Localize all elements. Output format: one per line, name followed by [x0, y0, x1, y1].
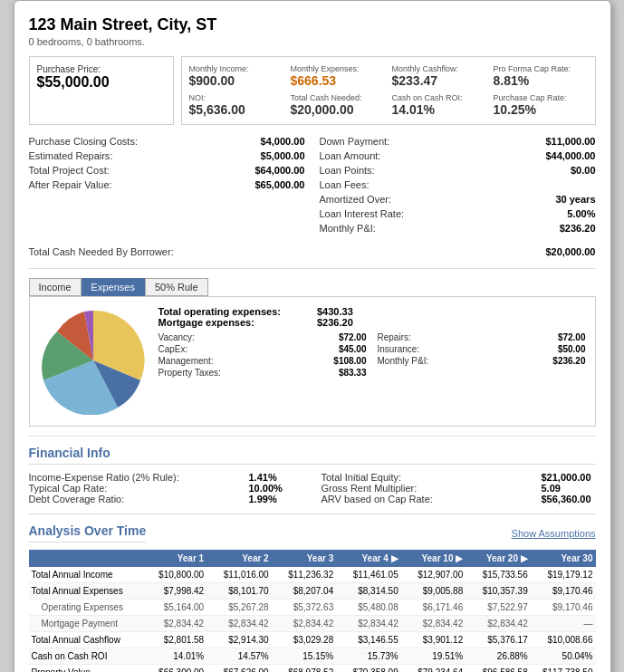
- total-cash-metric: Total Cash Needed: $20,000.00: [291, 93, 385, 117]
- row-total-income: Total Annual Income $10,800.00 $11,016.0…: [29, 567, 596, 583]
- analysis-title: Analysis Over Time: [29, 523, 147, 542]
- col-year4: Year 4 ▶: [336, 550, 401, 567]
- row-label: Total Annual Income: [29, 567, 142, 583]
- financial-grid: Income-Expense Ratio (2% Rule): 1.41% Ty…: [29, 472, 596, 504]
- expense-insurance: Insurance: $50.00: [378, 343, 586, 355]
- total-operating-label: Total operating expenses:: [158, 306, 282, 317]
- detail-project-cost: Total Project Cost: $64,000.00: [29, 163, 305, 178]
- total-operating-value: $430.33: [317, 306, 353, 317]
- financial-right: Total Initial Equity: $21,000.00 Gross R…: [322, 472, 596, 504]
- col-year1: Year 1: [142, 550, 207, 567]
- loan-details: Down Payment: $11,000.00 Loan Amount: $4…: [320, 134, 596, 235]
- col-year20: Year 20 ▶: [466, 550, 531, 567]
- tab-expenses[interactable]: Expenses: [82, 278, 145, 296]
- expenses-data: Total operating expenses: $430.33 Mortga…: [158, 306, 586, 417]
- metrics-row2: NOI: $5,636.00 Total Cash Needed: $20,00…: [189, 93, 588, 117]
- financial-left: Income-Expense Ratio (2% Rule): 1.41% Ty…: [29, 472, 303, 504]
- financial-title: Financial Info: [29, 446, 596, 465]
- expenses-header: Total operating expenses: $430.33 Mortga…: [158, 306, 353, 328]
- detail-loan-fees: Loan Fees:: [320, 178, 596, 192]
- purchase-value: $55,000.00: [37, 74, 166, 91]
- expense-col-left: Vacancy: $72.00 CapEx: $45.00 Management…: [158, 331, 367, 379]
- col-year2: Year 2: [206, 550, 272, 567]
- tab-income[interactable]: Income: [29, 278, 82, 296]
- expense-monthly-pni: Monthly P&I: $236.20: [378, 355, 586, 367]
- row-label: Total Annual Cashflow: [29, 632, 142, 648]
- noi-label: NOI:: [189, 93, 283, 102]
- fin-initial-equity: Total Initial Equity: $21,000.00: [322, 472, 596, 483]
- detail-loan-amount: Loan Amount: $44,000.00: [320, 149, 596, 163]
- purchase-box: Purchase Price: $55,000.00: [29, 56, 174, 125]
- detail-loan-points: Loan Points: $0.00: [320, 163, 596, 178]
- analysis-header: Analysis Over Time Show Assumptions: [29, 523, 596, 542]
- cash-on-cash-metric: Cash on Cash ROI: 14.01%: [392, 93, 486, 117]
- row-property-value: Property Value $66,300.00 $67,626.00 $68…: [29, 665, 596, 673]
- row-label: Property Value: [29, 665, 142, 673]
- expense-grid: Vacancy: $72.00 CapEx: $45.00 Management…: [158, 331, 586, 379]
- row-label: Total Annual Expenses: [29, 583, 142, 600]
- purchase-details: Purchase Closing Costs: $4,000.00 Estima…: [29, 134, 305, 235]
- details-section: Purchase Closing Costs: $4,000.00 Estima…: [29, 134, 596, 235]
- expense-management: Management: $108.00: [158, 355, 367, 367]
- analysis-header-row: Year 1 Year 2 Year 3 Year 4 ▶ Year 10 ▶ …: [29, 550, 596, 567]
- monthly-cashflow-value: $233.47: [392, 73, 486, 88]
- row-label: Operating Expenses: [29, 600, 142, 616]
- detail-monthly-pni: Monthly P&I: $236.20: [320, 221, 596, 235]
- metrics-box: Monthly Income: $900.00 Monthly Expenses…: [181, 56, 596, 125]
- analysis-table: Year 1 Year 2 Year 3 Year 4 ▶ Year 10 ▶ …: [29, 550, 596, 672]
- fin-income-expense-ratio: Income-Expense Ratio (2% Rule): 1.41%: [29, 472, 303, 483]
- show-assumptions-link[interactable]: Show Assumptions: [512, 528, 596, 539]
- main-page: 123 Main Street, City, ST 0 bedrooms, 0 …: [14, 0, 611, 672]
- monthly-expenses-metric: Monthly Expenses: $666.53: [291, 64, 385, 88]
- monthly-cashflow-metric: Monthly Cashflow: $233.47: [392, 64, 486, 88]
- pro-forma-cap-metric: Pro Forma Cap Rate: 8.81%: [494, 64, 588, 88]
- top-row: Purchase Price: $55,000.00 Monthly Incom…: [29, 56, 596, 125]
- expense-vacancy: Vacancy: $72.00: [158, 331, 367, 343]
- noi-value: $5,636.00: [189, 102, 283, 117]
- expense-col-right: Repairs: $72.00 Insurance: $50.00 Monthl…: [378, 331, 586, 379]
- col-year10: Year 10 ▶: [401, 550, 466, 567]
- row-annual-cashflow: Total Annual Cashflow $2,801.58 $2,914.3…: [29, 632, 596, 648]
- col-year30: Year 30: [531, 550, 596, 567]
- metrics-grid: Monthly Income: $900.00 Monthly Expenses…: [189, 64, 588, 88]
- monthly-expenses-label: Monthly Expenses:: [291, 64, 385, 73]
- total-cash-value: $20,000.00: [291, 102, 385, 117]
- col-header-label: [29, 550, 142, 567]
- fin-debt-coverage: Debt Coverage Ratio: 1.99%: [29, 494, 303, 504]
- row-label: Mortgage Payment: [29, 616, 142, 632]
- property-title: 123 Main Street, City, ST: [29, 15, 596, 34]
- pro-forma-cap-label: Pro Forma Cap Rate:: [494, 64, 588, 73]
- monthly-cashflow-label: Monthly Cashflow:: [392, 64, 486, 73]
- purchase-cap-label: Purchase Cap Rate:: [494, 93, 588, 102]
- row-mortgage-payment: Mortgage Payment $2,834.42 $2,834.42 $2,…: [29, 616, 596, 632]
- cash-on-cash-value: 14.01%: [392, 102, 486, 117]
- financial-section: Financial Info Income-Expense Ratio (2% …: [29, 446, 596, 504]
- tab-50-rule[interactable]: 50% Rule: [145, 278, 208, 296]
- detail-interest-rate: Loan Interest Rate: 5.00%: [320, 206, 596, 221]
- purchase-cap-metric: Purchase Cap Rate: 10.25%: [494, 93, 588, 117]
- expense-property-tax: Property Taxes: $83.33: [158, 367, 367, 379]
- col-year3: Year 3: [272, 550, 337, 567]
- detail-repairs: Estimated Repairs: $5,000.00: [29, 149, 305, 163]
- detail-amortized: Amortized Over: 30 years: [320, 192, 596, 206]
- purchase-label: Purchase Price:: [37, 64, 166, 74]
- expense-repairs: Repairs: $72.00: [378, 331, 586, 343]
- mortgage-expenses-label: Mortgage expenses:: [158, 317, 254, 328]
- row-total-expenses: Total Annual Expenses $7,998.42 $8,101.7…: [29, 583, 596, 600]
- noi-metric: NOI: $5,636.00: [189, 93, 283, 117]
- total-cash-needed-row: Total Cash Needed By Borrower: $20,000.0…: [29, 245, 596, 259]
- fin-typical-cap: Typical Cap Rate: 10.00%: [29, 483, 303, 494]
- row-cash-on-cash: Cash on Cash ROI 14.01% 14.57% 15.15% 15…: [29, 648, 596, 665]
- expense-capex: CapEx: $45.00: [158, 343, 367, 355]
- expenses-inner: Total operating expenses: $430.33 Mortga…: [39, 306, 586, 417]
- row-operating-expenses: Operating Expenses $5,164.00 $5,267.28 $…: [29, 600, 596, 616]
- cash-on-cash-label: Cash on Cash ROI:: [392, 93, 486, 102]
- monthly-expenses-value: $666.53: [291, 73, 385, 88]
- expenses-panel: Total operating expenses: $430.33 Mortga…: [29, 296, 596, 427]
- total-cash-label: Total Cash Needed:: [291, 93, 385, 102]
- fin-arv-cap: ARV based on Cap Rate: $56,360.00: [322, 494, 596, 504]
- detail-down-payment: Down Payment: $11,000.00: [320, 134, 596, 149]
- row-label: Cash on Cash ROI: [29, 648, 142, 665]
- purchase-cap-value: 10.25%: [494, 102, 588, 117]
- detail-arv: After Repair Value: $65,000.00: [29, 178, 305, 192]
